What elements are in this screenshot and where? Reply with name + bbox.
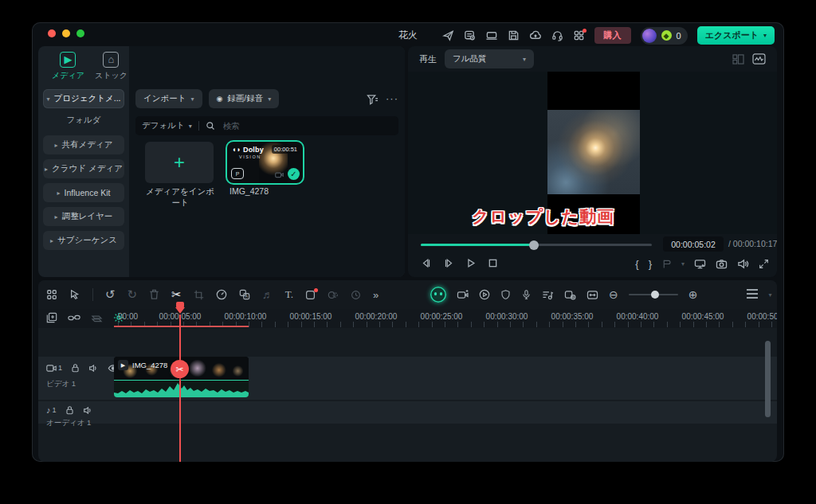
- media-item-card[interactable]: ◖◗ Dolby VISION 00:00:51 P ✓: [227, 142, 303, 183]
- playhead-line[interactable]: [179, 315, 181, 462]
- sidebar-item-project-media[interactable]: ▾プロジェクトメ...: [43, 89, 124, 108]
- task-list-icon[interactable]: [464, 29, 476, 41]
- save-icon[interactable]: [508, 29, 520, 41]
- split-scissors-icon[interactable]: ✂: [171, 287, 182, 302]
- selected-check-icon: ✓: [288, 168, 300, 180]
- play-clip-icon[interactable]: [479, 289, 490, 300]
- vertical-scrollbar[interactable]: [765, 341, 771, 417]
- zoom-out-icon[interactable]: ⊖: [609, 288, 618, 301]
- text-tool-icon[interactable]: T.: [285, 288, 293, 301]
- layout-grid-icon[interactable]: [732, 54, 744, 64]
- zoom-slider[interactable]: [629, 294, 678, 296]
- previous-frame-icon[interactable]: [421, 258, 432, 268]
- clip-settings-icon[interactable]: [564, 290, 576, 300]
- timeline-tracks[interactable]: 1 ビデオ 1 ♪1 オーディオ 1 ▶ IMG_4278: [38, 328, 777, 449]
- undo-icon[interactable]: ↺: [105, 287, 116, 302]
- filter-icon[interactable]: [367, 94, 379, 105]
- import-media-card[interactable]: +: [145, 142, 214, 183]
- asset-panel: ▶メディア ⌂ストック ♬オーディオ Tタイトル ▶|トランジション エフェクト…: [38, 46, 405, 277]
- select-cursor-icon[interactable]: [69, 289, 80, 300]
- sidebar-item-adjustment-layer[interactable]: ▸調整レイヤー: [43, 207, 124, 226]
- import-card-label: メディアをインポート: [143, 186, 217, 209]
- seek-handle[interactable]: [529, 240, 539, 250]
- sidebar-item-subsequence[interactable]: ▸サブシーケンス: [43, 231, 124, 250]
- fit-timeline-icon[interactable]: [586, 290, 598, 300]
- lock-icon[interactable]: [65, 405, 74, 415]
- speed-ramp-icon[interactable]: [351, 290, 361, 300]
- audio-track-lane[interactable]: [38, 401, 777, 424]
- share-icon[interactable]: [442, 29, 454, 41]
- sidebar-item-cloud-media[interactable]: ▸クラウド メディア: [43, 159, 124, 178]
- media-manager-icon[interactable]: [46, 289, 57, 300]
- crop-icon[interactable]: [194, 290, 204, 300]
- mirror-display-icon[interactable]: [694, 259, 706, 269]
- dolby-vision-label: VISION: [239, 154, 261, 159]
- mask-tool-icon[interactable]: [305, 290, 316, 300]
- mute-icon[interactable]: [88, 364, 99, 373]
- support-headset-icon[interactable]: [551, 29, 563, 41]
- mark-in-icon[interactable]: {: [635, 258, 638, 270]
- marker-chevron-icon[interactable]: ▾: [681, 260, 685, 268]
- duration-badge: 00:00:51: [272, 145, 300, 154]
- audio-list-icon[interactable]: [542, 290, 554, 300]
- mute-icon[interactable]: [83, 406, 93, 415]
- timeline-ruler[interactable]: 00:00 00:00:05:00 00:00:10:00 00:00:15:0…: [38, 309, 777, 328]
- stop-icon[interactable]: [488, 258, 498, 268]
- play-icon[interactable]: [465, 258, 477, 268]
- device-icon[interactable]: [485, 29, 498, 41]
- speed-icon[interactable]: [216, 289, 227, 300]
- audio-tool-icon[interactable]: ♬: [262, 288, 273, 301]
- sidebar-item-shared-media[interactable]: ▸共有メディア: [43, 135, 124, 154]
- keyframe-icon[interactable]: [328, 290, 339, 300]
- scope-icon[interactable]: [752, 53, 766, 64]
- split-playhead-scissors-icon[interactable]: ✂: [171, 360, 189, 378]
- track-height-chevron-icon[interactable]: ▾: [768, 291, 771, 299]
- mark-out-icon[interactable]: }: [649, 258, 652, 270]
- lock-icon[interactable]: [71, 363, 80, 373]
- ruler-label: 00:00:10:00: [225, 312, 267, 321]
- render-queue-icon[interactable]: [91, 313, 103, 322]
- timeline-panel: ↺ ↻ ✂ A ♬ T. »: [38, 280, 777, 462]
- delete-icon[interactable]: [149, 289, 159, 300]
- audio-track-label: オーディオ 1: [46, 418, 91, 428]
- microphone-icon[interactable]: [521, 289, 532, 300]
- more-tools-icon[interactable]: »: [373, 289, 379, 301]
- shield-icon[interactable]: [500, 289, 511, 300]
- next-frame-icon[interactable]: [443, 258, 454, 268]
- export-button[interactable]: エクスポート ▾: [697, 26, 775, 45]
- sidebar-item-influence-kit[interactable]: ▸Influence Kit: [43, 183, 124, 202]
- account-pill[interactable]: ◆ 0: [641, 27, 688, 45]
- volume-icon[interactable]: [737, 259, 749, 269]
- ai-assistant-icon[interactable]: [430, 287, 446, 303]
- sidebar-item-folder[interactable]: フォルダ: [43, 115, 124, 126]
- current-timecode[interactable]: 00:00:05:02: [663, 236, 724, 252]
- track-height-icon[interactable]: [747, 289, 758, 300]
- zoom-in-icon[interactable]: ⊕: [688, 288, 698, 301]
- avatar[interactable]: [642, 29, 657, 43]
- sort-dropdown[interactable]: デフォルト▾: [142, 120, 192, 131]
- zoom-slider-handle[interactable]: [651, 291, 659, 299]
- tab-stock[interactable]: ⌂ストック: [91, 52, 131, 81]
- camera-add-icon[interactable]: [457, 290, 469, 300]
- import-dropdown[interactable]: インポート▾: [135, 89, 202, 108]
- buy-button[interactable]: 購入: [594, 27, 631, 44]
- search-input[interactable]: [222, 120, 336, 131]
- more-options-icon[interactable]: ···: [386, 92, 398, 104]
- add-marker-icon[interactable]: [46, 312, 57, 323]
- seek-bar[interactable]: [421, 244, 652, 246]
- cloud-upload-icon[interactable]: [529, 29, 542, 41]
- snapshot-camera-icon[interactable]: [716, 259, 728, 269]
- translate-icon[interactable]: A: [239, 289, 250, 300]
- marker-icon[interactable]: [661, 259, 672, 269]
- record-dropdown[interactable]: ◉録画/録音▾: [209, 89, 280, 108]
- tab-media[interactable]: ▶メディア: [48, 52, 88, 81]
- apps-grid-icon[interactable]: [573, 29, 585, 41]
- svg-text:A: A: [245, 294, 248, 299]
- link-clips-icon[interactable]: [68, 313, 80, 322]
- play-label: 再生: [419, 53, 437, 65]
- fullscreen-icon[interactable]: [759, 259, 769, 269]
- timeline-toolbar: ↺ ↻ ✂ A ♬ T. »: [38, 280, 777, 309]
- redo-icon[interactable]: ↻: [128, 287, 138, 302]
- ruler-label: 00:00: [118, 312, 138, 321]
- quality-dropdown[interactable]: フル品質▾: [445, 49, 534, 68]
